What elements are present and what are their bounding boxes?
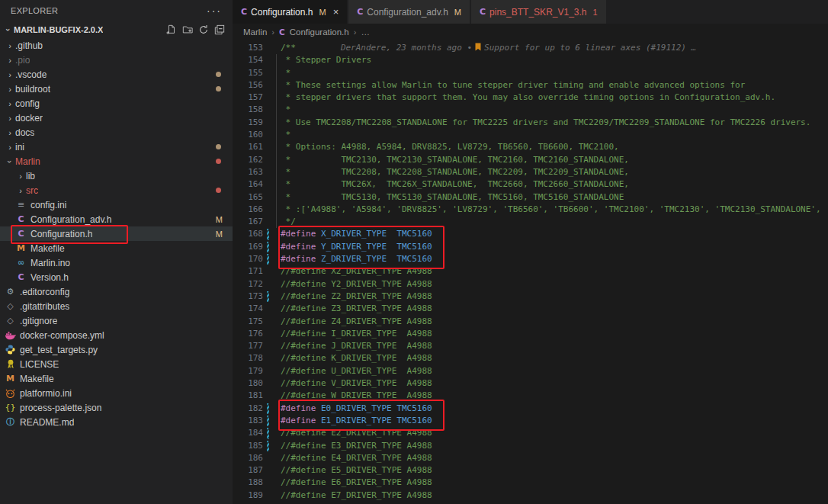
git-blame-annotation[interactable]: DerAndere, 23 months ago •Support for up… [341,43,696,53]
tree-item--gitattributes[interactable]: ◇.gitattributes [0,299,233,313]
code-line-153[interactable]: 153/**DerAndere, 23 months ago •Support … [233,42,828,54]
line-number[interactable]: 178 [233,352,263,364]
tree-item-platformio-ini[interactable]: platformio.ini [0,386,233,400]
tree-item--github[interactable]: ›.github [0,38,233,53]
new-folder-icon[interactable] [182,24,193,35]
code-line-154[interactable]: 154 * Stepper Drivers [233,54,828,66]
tree-item--pio[interactable]: ›.pio [0,53,233,67]
line-number[interactable]: 182 [233,403,263,415]
tab-configuration-adv-h[interactable]: CConfiguration_adv.hM [348,0,470,24]
code-line-177[interactable]: 177//#define J_DRIVER_TYPE A4988 [233,340,828,352]
line-number[interactable]: 172 [233,278,263,291]
code-line-178[interactable]: 178//#define K_DRIVER_TYPE A4988 [233,352,828,364]
tree-item-ini[interactable]: ›ini [0,140,233,154]
code-line-155[interactable]: 155 * [233,67,828,79]
line-number[interactable]: 163 [233,166,263,178]
code-editor[interactable]: 153/**DerAndere, 23 months ago •Support … [233,40,828,504]
tree-item-get-test-targets-py[interactable]: get_test_targets.py [0,342,233,357]
code-line-169[interactable]: 169#define Y_DRIVER_TYPE TMC5160 [233,241,828,253]
code-line-183[interactable]: 183#define E1_DRIVER_TYPE TMC5160 [233,415,828,427]
tree-item--vscode[interactable]: ›.vscode [0,67,233,82]
tab-configuration-h[interactable]: CConfiguration.hM× [233,0,347,24]
tree-item-docker[interactable]: ›docker [0,111,233,125]
line-number[interactable]: 158 [233,104,263,116]
line-number[interactable]: 153 [233,42,263,54]
code-line-173[interactable]: 173//#define Z2_DRIVER_TYPE A4988 [233,291,828,303]
line-number[interactable]: 156 [233,79,263,91]
line-number[interactable]: 154 [233,54,263,66]
code-line-189[interactable]: 189//#define E7_DRIVER_TYPE A4988 [233,490,828,502]
code-line-184[interactable]: 184//#define E2_DRIVER_TYPE A4988 [233,427,828,439]
code-line-160[interactable]: 160 * [233,129,828,141]
code-line-162[interactable]: 162 * TMC2130, TMC2130_STANDALONE, TMC21… [233,154,828,166]
tree-item-config[interactable]: ›config [0,96,233,111]
line-number[interactable]: 159 [233,117,263,129]
tree-item-marlin-ino[interactable]: ∞Marlin.ino [0,255,233,270]
line-number[interactable]: 165 [233,191,263,204]
line-number[interactable]: 189 [233,490,263,502]
tree-item-configuration-adv-h[interactable]: CConfiguration_adv.hM [0,212,233,226]
line-number[interactable]: 181 [233,390,263,402]
line-number[interactable]: 183 [233,415,263,427]
line-number[interactable]: 187 [233,464,263,477]
line-number[interactable]: 166 [233,204,263,216]
code-line-185[interactable]: 185//#define E3_DRIVER_TYPE A4988 [233,440,828,452]
tree-item-buildroot[interactable]: ›buildroot [0,82,233,96]
line-number[interactable]: 157 [233,91,263,104]
tree-item-readme-md[interactable]: ⓘREADME.md [0,415,233,429]
line-number[interactable]: 167 [233,216,263,228]
code-line-179[interactable]: 179//#define U_DRIVER_TYPE A4988 [233,365,828,377]
code-line-156[interactable]: 156 * These settings allow Marlin to tun… [233,79,828,91]
project-root-row[interactable]: › MARLIN-BUGFIX-2.0.X [0,21,233,38]
tree-item-src[interactable]: ›src [0,183,233,197]
line-number[interactable]: 179 [233,365,263,377]
tree-item-license[interactable]: LICENSE [0,357,233,371]
tree-item-process-palette-json[interactable]: {}process-palette.json [0,400,233,415]
line-number[interactable]: 186 [233,452,263,464]
line-number[interactable]: 170 [233,253,263,265]
line-number[interactable]: 173 [233,291,263,303]
code-line-158[interactable]: 158 * [233,104,828,116]
close-icon[interactable]: × [333,6,339,18]
tree-item-marlin[interactable]: ›Marlin [0,154,233,169]
code-line-171[interactable]: 171//#define X2_DRIVER_TYPE A4988 [233,265,828,278]
code-line-167[interactable]: 167 */ [233,216,828,228]
tree-item-docker-compose-yml[interactable]: docker-compose.yml [0,328,233,342]
code-line-166[interactable]: 166 * :['A4988', 'A5984', 'DRV8825', 'LV… [233,204,828,216]
new-file-icon[interactable] [166,24,177,35]
code-line-182[interactable]: 182#define E0_DRIVER_TYPE TMC5160 [233,403,828,415]
code-line-181[interactable]: 181//#define W_DRIVER_TYPE A4988 [233,390,828,402]
code-line-164[interactable]: 164 * TMC26X, TMC26X_STANDALONE, TMC2660… [233,178,828,191]
code-line-159[interactable]: 159 * Use TMC2208/TMC2208_STANDALONE for… [233,117,828,129]
code-line-168[interactable]: 168#define X_DRIVER_TYPE TMC5160 [233,228,828,240]
tree-item-version-h[interactable]: CVersion.h [0,270,233,284]
line-number[interactable]: 169 [233,241,263,253]
line-number[interactable]: 180 [233,377,263,390]
breadcrumb-symbol-more[interactable]: … [361,27,370,37]
code-line-172[interactable]: 172//#define Y2_DRIVER_TYPE A4988 [233,278,828,291]
line-number[interactable]: 185 [233,440,263,452]
tab-pins-btt-skr-v1-3-h[interactable]: Cpins_BTT_SKR_V1_3.h1 [471,0,606,24]
line-number[interactable]: 168 [233,228,263,240]
tree-item-makefile[interactable]: MMakefile [0,241,233,255]
breadcrumb-folder[interactable]: Marlin [243,27,267,37]
line-number[interactable]: 175 [233,316,263,328]
tree-item--editorconfig[interactable]: ⚙.editorconfig [0,284,233,299]
code-line-157[interactable]: 157 * stepper drivers that support them.… [233,91,828,104]
code-line-186[interactable]: 186//#define E4_DRIVER_TYPE A4988 [233,452,828,464]
line-number[interactable]: 174 [233,303,263,315]
tree-item-lib[interactable]: ›lib [0,169,233,183]
code-line-163[interactable]: 163 * TMC2208, TMC2208_STANDALONE, TMC22… [233,166,828,178]
line-number[interactable]: 188 [233,477,263,489]
code-line-188[interactable]: 188//#define E6_DRIVER_TYPE A4988 [233,477,828,489]
code-line-176[interactable]: 176//#define I_DRIVER_TYPE A4988 [233,328,828,340]
collapse-all-icon[interactable] [214,24,225,35]
line-number[interactable]: 176 [233,328,263,340]
tree-item-makefile[interactable]: MMakefile [0,371,233,386]
breadcrumb-file[interactable]: Configuration.h [290,27,349,37]
tree-item--gitignore[interactable]: ◇.gitignore [0,313,233,328]
line-number[interactable]: 177 [233,340,263,352]
refresh-icon[interactable] [198,24,209,35]
explorer-more-button[interactable]: ··· [207,5,222,17]
tree-item-configuration-h[interactable]: CConfiguration.hM [0,226,233,241]
